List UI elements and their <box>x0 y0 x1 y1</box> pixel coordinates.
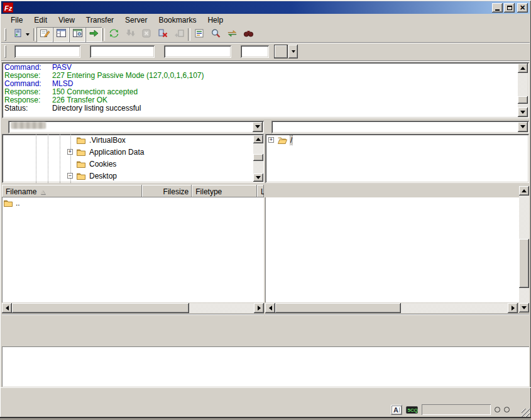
sort-ascending-icon <box>40 190 45 194</box>
tree-item[interactable]: Cookies <box>2 158 264 170</box>
menu-item[interactable]: File <box>5 14 28 26</box>
tree-item[interactable]: −Desktop <box>2 170 264 182</box>
scroll-left-button[interactable] <box>2 303 12 313</box>
column-header[interactable]: Filesize <box>142 185 192 197</box>
compare-button[interactable] <box>207 27 224 42</box>
menu-item[interactable]: Transfer <box>80 14 119 26</box>
menu-item[interactable]: Help <box>202 14 229 26</box>
menu-item[interactable]: Bookmarks <box>153 14 202 26</box>
close-button[interactable]: ✕ <box>517 3 528 13</box>
sitemgr-icon <box>13 28 24 40</box>
toolbar-grip[interactable] <box>4 28 6 41</box>
tree-item[interactable]: .VirtualBox <box>2 134 264 146</box>
scroll-down-button[interactable] <box>518 108 528 117</box>
resize-grip[interactable] <box>522 409 530 417</box>
scrollbar-thumb[interactable] <box>275 303 401 313</box>
folder-icon <box>76 172 87 180</box>
titlebar[interactable]: Fz ✕ <box>1 1 530 14</box>
message-log: Command:PASVResponse:227 Entering Passiv… <box>2 62 529 118</box>
dropdown-arrow-icon[interactable] <box>26 33 30 36</box>
menu-item[interactable]: Edit <box>28 14 53 26</box>
cancel-icon <box>141 28 152 40</box>
menu-item[interactable]: View <box>53 14 80 26</box>
toggle-local-tree-button[interactable] <box>53 27 69 42</box>
scrollbar-thumb[interactable] <box>253 154 263 161</box>
log-line: Response:227 Entering Passive Mode (127,… <box>4 72 517 80</box>
local-directory-tree: .VirtualBox+Application DataCookies−Desk… <box>2 134 264 183</box>
username-input[interactable] <box>90 45 155 58</box>
minimize-button[interactable] <box>492 3 503 13</box>
remote-list-scrollbar[interactable] <box>519 186 529 312</box>
reconnect-button[interactable] <box>171 27 187 42</box>
column-header[interactable]: L <box>257 185 264 197</box>
toggle-remote-tree-button[interactable] <box>69 27 85 42</box>
filter-button[interactable] <box>191 27 207 42</box>
window-bottom-edge <box>0 417 531 420</box>
process-queue-button[interactable] <box>122 27 138 42</box>
quickconnect-dropdown-button[interactable] <box>288 45 298 58</box>
quickconnect-grip[interactable] <box>4 45 6 58</box>
scrollbar-thumb[interactable] <box>12 303 189 313</box>
activity-led-green <box>495 407 500 412</box>
svg-text:5CQ: 5CQ <box>408 407 418 413</box>
sync-browsing-button[interactable] <box>224 27 240 42</box>
find-files-button[interactable] <box>240 27 256 42</box>
local-file-list: .. <box>2 197 264 302</box>
quickconnect-button[interactable] <box>274 45 288 58</box>
..[interactable]: .. <box>2 197 264 208</box>
scroll-up-button[interactable] <box>253 135 263 143</box>
local-site-combo[interactable] <box>8 121 264 133</box>
column-header[interactable]: Filetype <box>192 185 257 197</box>
remote-hscrollbar[interactable] <box>265 303 518 313</box>
scroll-down-button[interactable] <box>253 174 263 182</box>
tree-item[interactable]: +/ <box>265 134 529 146</box>
scroll-right-button[interactable] <box>508 303 518 313</box>
toolbar <box>1 26 530 43</box>
log-line: Status:Directory listing successful <box>4 104 517 113</box>
menubar: FileEditViewTransferServerBookmarksHelp <box>1 14 530 26</box>
queue-tabs <box>0 387 531 402</box>
disconnect-button[interactable] <box>155 27 171 42</box>
port-input[interactable] <box>241 45 269 58</box>
compare-icon <box>211 28 221 40</box>
combo-dropdown-icon[interactable] <box>518 122 528 132</box>
tree-expander[interactable]: − <box>67 173 73 179</box>
remote-list-header <box>265 185 519 197</box>
folder-icon <box>76 160 87 168</box>
remote-site-combo[interactable] <box>271 121 529 133</box>
queue-list[interactable] <box>2 346 529 387</box>
log-scrollbar[interactable] <box>518 64 528 117</box>
toggle-message-log-button[interactable] <box>36 27 53 42</box>
menu-item[interactable]: Server <box>119 14 153 26</box>
scroll-left-button[interactable] <box>265 303 275 313</box>
filter-icon <box>194 28 205 40</box>
folder-icon <box>76 148 87 156</box>
data-type-indicator-icon[interactable]: A <box>391 405 402 415</box>
cancel-operation-button[interactable] <box>138 27 155 42</box>
password-input[interactable] <box>164 45 231 58</box>
tree-item[interactable]: +Application Data <box>2 146 264 158</box>
tree-expander[interactable]: + <box>67 149 73 155</box>
scrollbar-thumb[interactable] <box>519 239 529 288</box>
local-site-row <box>2 120 264 133</box>
maximize-button[interactable] <box>504 3 515 13</box>
toggle-queue-button[interactable] <box>85 27 102 42</box>
scrollbar-thumb[interactable] <box>518 96 528 104</box>
scroll-right-button[interactable] <box>254 303 264 313</box>
scroll-up-button[interactable] <box>519 186 529 196</box>
quickconnect-bar <box>1 43 530 61</box>
combo-dropdown-icon[interactable] <box>253 122 263 132</box>
tree-expander[interactable]: + <box>268 137 274 143</box>
log-icon <box>40 28 50 40</box>
local-hscrollbar[interactable] <box>2 303 264 313</box>
remote-site-row <box>265 120 529 133</box>
speed-limit-indicator-icon[interactable]: 5CQ <box>406 406 418 414</box>
column-header[interactable]: Filename <box>2 185 142 197</box>
local-tree-scrollbar[interactable] <box>253 135 263 182</box>
host-input[interactable] <box>14 45 80 58</box>
site-manager-button[interactable] <box>9 27 33 42</box>
scroll-up-button[interactable] <box>518 64 528 73</box>
local-status-text <box>2 314 264 328</box>
refresh-button[interactable] <box>106 27 122 42</box>
scroll-down-button[interactable] <box>519 303 529 312</box>
